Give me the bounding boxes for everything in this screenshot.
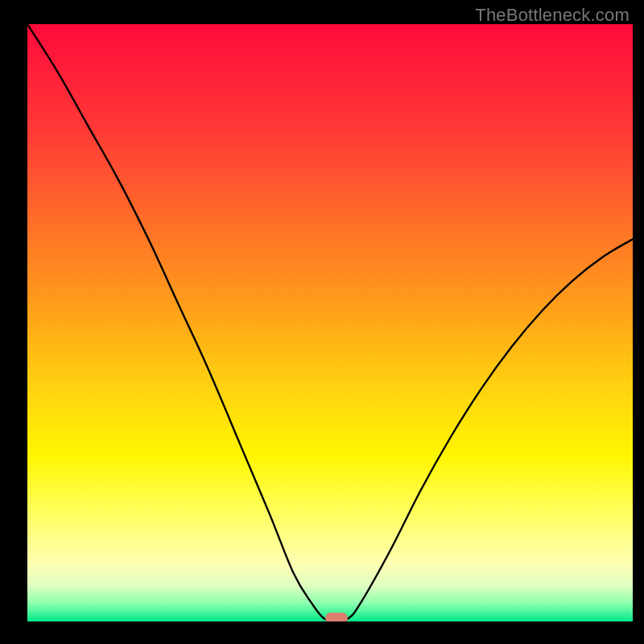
bottleneck-curve	[27, 24, 633, 621]
optimal-point-marker	[325, 613, 348, 621]
watermark-label: TheBottleneck.com	[475, 5, 630, 26]
chart-frame: TheBottleneck.com	[0, 0, 644, 644]
plot-area	[27, 24, 633, 621]
